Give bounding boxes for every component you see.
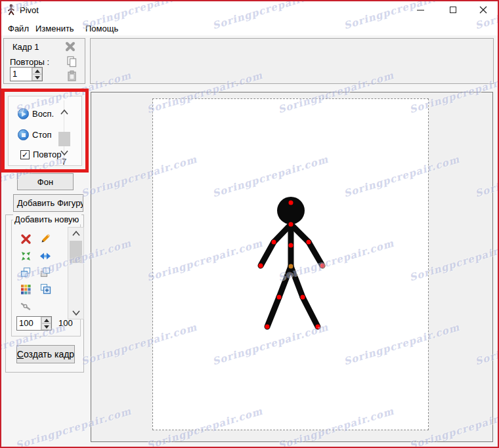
paste-frame-button[interactable] bbox=[66, 70, 77, 85]
add-new-figure-label: Добавить новую фигуру bbox=[13, 214, 81, 224]
toolbox-scroll-up-button[interactable] bbox=[70, 229, 82, 238]
duplicate-figure-button[interactable] bbox=[39, 283, 51, 295]
figure-size-spinner[interactable]: 100 bbox=[16, 316, 52, 331]
flip-figure-button[interactable] bbox=[39, 250, 51, 262]
close-icon bbox=[479, 6, 487, 14]
spin-down-button[interactable] bbox=[41, 323, 51, 330]
minimize-button[interactable] bbox=[409, 0, 431, 20]
background-button[interactable]: Фон bbox=[17, 173, 74, 190]
triangle-down-icon bbox=[44, 325, 49, 329]
window-title: Pivot bbox=[20, 5, 39, 15]
add-figure-label: обавить Фигуру bbox=[23, 198, 83, 208]
maximize-button[interactable] bbox=[442, 0, 464, 20]
create-frame-accel: С bbox=[17, 349, 24, 359]
stop-button[interactable]: Стоп bbox=[18, 129, 51, 140]
spin-up-button[interactable] bbox=[32, 68, 42, 74]
paste-frame-icon bbox=[66, 70, 77, 82]
repeat-label: Повтор bbox=[33, 150, 61, 159]
edit-figure-button[interactable] bbox=[39, 232, 51, 244]
menu-item-edit[interactable]: Изменить bbox=[33, 22, 77, 35]
speed-scrollbar-thumb[interactable] bbox=[58, 132, 70, 146]
edit-figure-icon bbox=[40, 233, 51, 244]
delete-frame-icon bbox=[64, 41, 76, 52]
stop-label: Стоп bbox=[32, 130, 51, 140]
repeats-label: Повторы : bbox=[10, 57, 49, 67]
toolbox-scrollbar[interactable] bbox=[68, 227, 84, 319]
raise-layer-button[interactable] bbox=[20, 266, 32, 278]
stop-icon bbox=[18, 129, 29, 140]
stick-figure[interactable] bbox=[153, 99, 429, 431]
title-bar: Pivot bbox=[0, 0, 499, 20]
chevron-up-icon bbox=[60, 109, 69, 115]
playback-panel: Восп. Стоп ✓ Повтор 7 bbox=[8, 96, 82, 166]
size-spinner-buttons bbox=[41, 317, 51, 330]
repeat-checkbox[interactable]: ✓ Повтор bbox=[20, 150, 61, 159]
menu-bar: Файл Изменить Помощь bbox=[0, 20, 499, 35]
join-figure-icon bbox=[20, 300, 32, 312]
raise-layer-icon bbox=[20, 266, 32, 278]
chevron-down-icon bbox=[60, 150, 69, 156]
animation-page bbox=[152, 98, 429, 430]
frame-label: Кадр 1 bbox=[12, 42, 39, 52]
repeats-spinner[interactable]: 1 bbox=[10, 67, 43, 81]
stop-square bbox=[22, 133, 26, 137]
toolbox-scrollbar-thumb[interactable] bbox=[70, 241, 82, 263]
play-button[interactable]: Восп. bbox=[18, 108, 54, 119]
triangle-up-icon bbox=[44, 319, 49, 322]
color-figure-button[interactable] bbox=[20, 283, 32, 295]
flip-figure-icon bbox=[39, 251, 51, 262]
play-label: Восп. bbox=[32, 109, 54, 119]
color-figure-icon bbox=[20, 284, 32, 295]
background-button-label: Фон bbox=[37, 177, 53, 187]
frames-timeline[interactable] bbox=[90, 38, 494, 84]
repeats-spinner-buttons bbox=[32, 68, 42, 81]
lower-layer-button[interactable] bbox=[39, 266, 51, 278]
animation-canvas[interactable] bbox=[91, 92, 493, 442]
frame-panel: Кадр 1 Повторы : 1 bbox=[3, 38, 85, 84]
figure-size-value[interactable]: 100 bbox=[17, 317, 41, 330]
chevron-up-icon bbox=[72, 230, 81, 237]
delete-figure-button[interactable] bbox=[20, 233, 32, 245]
pivot-window: Pivot Файл Изменить Помощь Кадр 1 Повтор… bbox=[0, 0, 499, 448]
center-figure-icon bbox=[20, 251, 32, 262]
toolbox-scroll-down-button[interactable] bbox=[70, 308, 82, 317]
maximize-icon bbox=[450, 7, 456, 13]
play-icon bbox=[18, 108, 29, 119]
create-frame-label: оздать кадр bbox=[24, 349, 74, 359]
repeats-value[interactable]: 1 bbox=[11, 68, 32, 81]
figure-size-static-label: 100 bbox=[58, 318, 73, 328]
copy-frame-button[interactable] bbox=[66, 56, 77, 70]
pivot-app-icon bbox=[7, 4, 16, 18]
duplicate-figure-icon bbox=[39, 283, 51, 295]
lower-layer-icon bbox=[39, 266, 51, 278]
add-figure-button[interactable]: Добавить Фигуру bbox=[13, 194, 83, 212]
triangle-up-icon bbox=[35, 70, 40, 73]
figure-toolbox-panel: Добавить новую фигуру bbox=[5, 214, 84, 373]
spin-up-button[interactable] bbox=[41, 317, 51, 323]
delete-frame-button[interactable] bbox=[64, 41, 76, 55]
play-triangle bbox=[22, 112, 26, 117]
center-figure-button[interactable] bbox=[20, 250, 32, 262]
copy-frame-icon bbox=[66, 56, 77, 68]
add-figure-accel: Д bbox=[17, 198, 23, 208]
minimize-icon bbox=[417, 10, 424, 10]
join-figure-button[interactable] bbox=[20, 300, 32, 312]
speed-down-button[interactable] bbox=[58, 148, 70, 157]
create-frame-button[interactable]: Создать кадр bbox=[16, 345, 75, 363]
triangle-down-icon bbox=[35, 76, 40, 79]
menu-item-file[interactable]: Файл bbox=[5, 22, 32, 35]
delete-figure-icon bbox=[20, 234, 32, 245]
close-button[interactable] bbox=[472, 0, 494, 20]
chevron-down-icon bbox=[72, 310, 81, 316]
menu-item-help[interactable]: Помощь bbox=[83, 22, 121, 35]
speed-up-button[interactable] bbox=[58, 108, 70, 117]
checkbox-check-icon[interactable]: ✓ bbox=[20, 150, 30, 159]
spin-down-button[interactable] bbox=[32, 74, 42, 81]
speed-value: 7 bbox=[62, 157, 66, 167]
